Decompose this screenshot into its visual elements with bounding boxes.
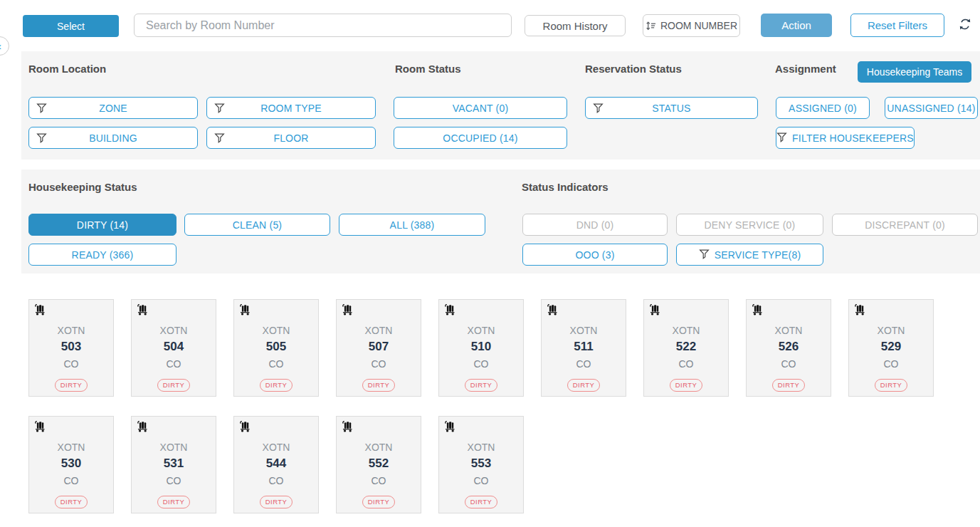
room-number: 522 [676,338,696,355]
room-card[interactable]: XOTN 544 CO DIRTY [233,416,319,513]
room-status-badge: DIRTY [465,496,497,508]
luggage-cart-icon [648,303,660,318]
filter-ready-button[interactable]: READY (366) [28,244,176,266]
filter-assigned-button[interactable]: ASSIGNED (0) [776,97,870,119]
room-status-badge: DIRTY [260,379,293,392]
room-status-badge: DIRTY [875,379,907,392]
room-number: 526 [779,338,799,355]
room-hotel-code: XOTN [365,323,393,338]
filter-zone-button[interactable]: ZONE [28,97,198,119]
room-number: 505 [266,338,286,355]
reset-filters-button[interactable]: Reset Filters [850,14,944,37]
filter-deny-service-button[interactable]: DENY SERVICE (0) [676,214,823,236]
filter-clean-button[interactable]: CLEAN (5) [184,214,330,236]
filter-unassigned-button[interactable]: UNASSIGNED (14) [885,97,978,119]
room-hotel-code: XOTN [263,440,290,454]
filter-reservation-status-button[interactable]: STATUS [585,97,758,119]
sidebar-collapse-toggle[interactable]: ‹ [0,36,9,56]
room-status-badge: DIRTY [362,496,395,508]
room-card[interactable]: XOTN 503 CO DIRTY [28,299,114,397]
room-reservation-code: CO [474,355,489,372]
room-card[interactable]: XOTN 530 CO DIRTY [28,416,114,513]
filter-housekeepers-label: FILTER HOUSEKEEPERS [792,132,914,144]
filter-occupied-button[interactable]: OCCUPIED (14) [394,127,567,149]
room-card[interactable]: XOTN 526 CO DIRTY [746,299,831,397]
reservation-status-title: Reservation Status [585,63,682,75]
room-hotel-code: XOTN [468,323,495,338]
room-reservation-code: CO [884,355,899,372]
funnel-icon [214,103,225,115]
luggage-cart-icon [443,420,455,435]
filter-room-type-button[interactable]: ROOM TYPE [206,97,376,119]
room-card[interactable]: XOTN 553 CO DIRTY [438,416,524,513]
room-number: 510 [471,338,491,355]
room-number: 531 [164,454,184,472]
filter-all-button[interactable]: ALL (388) [339,214,485,236]
room-card[interactable]: XOTN 507 CO DIRTY [336,299,421,397]
room-status-badge: DIRTY [772,379,805,392]
filter-service-type-button[interactable]: SERVICE TYPE(8) [676,244,823,266]
room-status-badge: DIRTY [260,496,293,508]
status-indicators-title: Status Indicators [522,181,608,193]
filter-dnd-button[interactable]: DND (0) [522,214,668,236]
room-card[interactable]: XOTN 505 CO DIRTY [233,299,319,397]
room-number: 529 [881,338,901,355]
room-hotel-code: XOTN [570,323,598,338]
room-hotel-code: XOTN [160,440,188,454]
floor-label: FLOOR [273,132,308,144]
luggage-cart-icon [136,420,148,435]
room-reservation-code: CO [269,355,284,372]
room-card[interactable]: XOTN 504 CO DIRTY [131,299,216,397]
building-label: BUILDING [89,132,137,144]
housekeeping-teams-button[interactable]: Housekeeping Teams [858,61,971,83]
room-card[interactable]: XOTN 552 CO DIRTY [336,416,421,513]
room-status-badge: DIRTY [55,379,88,392]
filter-vacant-button[interactable]: VACANT (0) [394,97,567,119]
filter-floor-button[interactable]: FLOOR [206,127,376,149]
room-number: 503 [61,338,81,355]
room-card[interactable]: XOTN 510 CO DIRTY [438,299,524,397]
filter-dirty-button[interactable]: DIRTY (14) [28,214,176,236]
room-status-badge: DIRTY [567,379,600,392]
luggage-cart-icon [341,420,353,435]
select-button[interactable]: Select [23,15,119,37]
room-card-grid: XOTN 503 CO DIRTY [28,299,954,513]
search-input[interactable] [134,14,512,37]
room-reservation-code: CO [576,355,591,372]
action-button[interactable]: Action [761,14,832,37]
filter-ooo-button[interactable]: OOO (3) [522,244,668,266]
filter-building-button[interactable]: BUILDING [28,127,198,149]
funnel-icon [36,103,47,115]
luggage-cart-icon [853,303,865,318]
room-status-badge: DIRTY [157,496,190,508]
luggage-cart-icon [136,303,148,318]
room-hotel-code: XOTN [878,323,905,338]
room-history-button[interactable]: Room History [525,15,626,36]
room-number: 511 [574,338,593,355]
room-card[interactable]: XOTN 511 CO DIRTY [541,299,626,397]
room-card[interactable]: XOTN 529 CO DIRTY [848,299,934,397]
room-reservation-code: CO [64,355,79,372]
refresh-icon[interactable] [958,17,972,31]
filter-housekeepers-button[interactable]: FILTER HOUSEKEEPERS [776,127,915,149]
room-hotel-code: XOTN [673,323,700,338]
room-hotel-code: XOTN [365,440,393,454]
room-number: 544 [266,454,286,472]
room-status-badge: DIRTY [157,379,190,392]
funnel-icon [214,132,225,145]
luggage-cart-icon [341,303,353,318]
filters-panel-bottom: Housekeeping Status Status Indicators DI… [21,169,980,273]
room-card[interactable]: XOTN 522 CO DIRTY [643,299,729,397]
room-reservation-code: CO [167,355,181,372]
room-reservation-code: CO [372,355,386,372]
sort-room-number-button[interactable]: ROOM NUMBER [643,14,740,37]
room-status-badge: DIRTY [362,379,395,392]
room-number: 552 [369,454,389,472]
room-number: 553 [471,454,491,472]
room-number: 504 [164,338,184,355]
luggage-cart-icon [751,303,763,318]
room-card[interactable]: XOTN 531 CO DIRTY [131,416,216,513]
filter-discrepant-button[interactable]: DISCREPANT (0) [832,214,978,236]
room-hotel-code: XOTN [160,323,188,338]
luggage-cart-icon [33,303,46,318]
